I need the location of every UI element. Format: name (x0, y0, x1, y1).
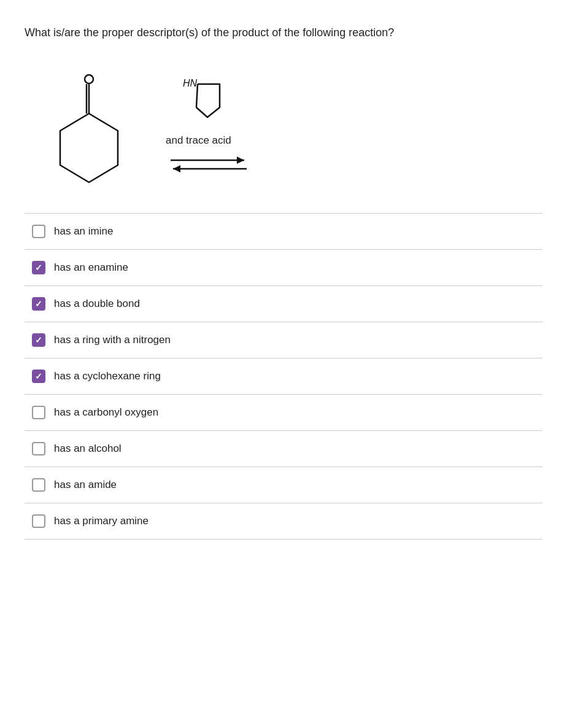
option-label-imine: has an imine (54, 225, 113, 238)
svg-marker-6 (237, 157, 244, 164)
option-label-carbonyl: has a carbonyl oxygen (54, 406, 158, 419)
option-row-double_bond[interactable]: has a double bond (25, 286, 542, 322)
reaction-area: HN and trace acid (25, 60, 542, 188)
question-text: What is/are the proper descriptor(s) of … (25, 25, 491, 41)
option-row-enamine[interactable]: has an enamine (25, 250, 542, 286)
option-row-ring_n[interactable]: has a ring with a nitrogen (25, 322, 542, 358)
option-label-alcohol: has an alcohol (54, 443, 122, 455)
trace-acid-label: and trace acid (166, 134, 231, 147)
option-label-cyclohexane: has a cyclohexane ring (54, 370, 161, 382)
option-row-cyclohexane[interactable]: has a cyclohexane ring (25, 358, 542, 395)
option-row-carbonyl[interactable]: has a carbonyl oxygen (25, 395, 542, 431)
checkbox-enamine[interactable] (32, 261, 45, 274)
checkbox-prim_amine[interactable] (32, 514, 45, 528)
checkbox-ring_n[interactable] (32, 333, 45, 347)
checkbox-double_bond[interactable] (32, 297, 45, 311)
svg-marker-8 (173, 165, 180, 172)
option-row-imine[interactable]: has an imine (25, 214, 542, 250)
checkbox-amide[interactable] (32, 478, 45, 492)
svg-point-2 (85, 75, 93, 83)
checkbox-cyclohexane[interactable] (32, 370, 45, 383)
pyrrolidine-svg: HN (166, 73, 239, 128)
option-label-double_bond: has a double bond (54, 298, 140, 310)
options-list: has an iminehas an enaminehas a double b… (25, 213, 542, 540)
svg-marker-0 (60, 114, 118, 182)
reaction-arrows (166, 153, 252, 175)
checkbox-imine[interactable] (32, 225, 45, 238)
option-row-prim_amine[interactable]: has a primary amine (25, 503, 542, 540)
checkbox-carbonyl[interactable] (32, 406, 45, 419)
option-row-alcohol[interactable]: has an alcohol (25, 431, 542, 467)
option-label-prim_amine: has a primary amine (54, 515, 148, 527)
option-row-amide[interactable]: has an amide (25, 467, 542, 503)
reaction-right: HN and trace acid (166, 73, 252, 175)
svg-text:HN: HN (183, 78, 198, 88)
checkbox-alcohol[interactable] (32, 442, 45, 455)
option-label-ring_n: has a ring with a nitrogen (54, 334, 171, 346)
cyclohexanone-svg (37, 60, 141, 188)
option-label-amide: has an amide (54, 479, 117, 491)
option-label-enamine: has an enamine (54, 261, 128, 274)
